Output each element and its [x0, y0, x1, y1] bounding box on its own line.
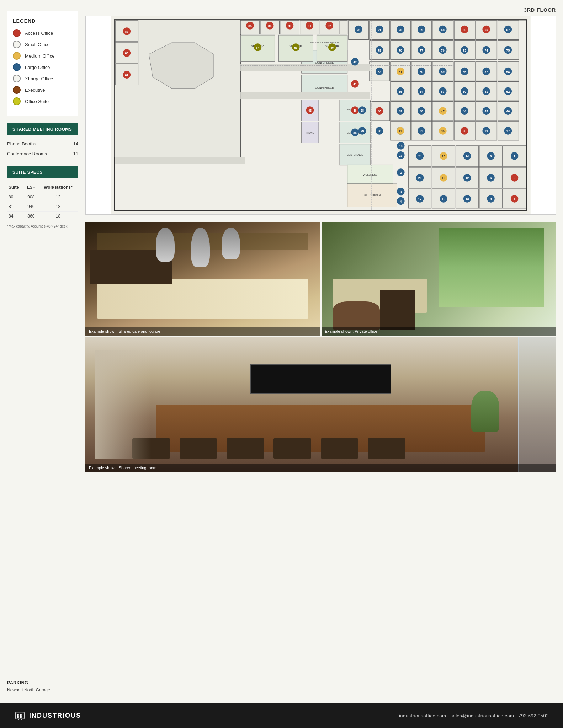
suite-specs-section: SUITE SPECS Suite LSF Workstations* 80 9… [7, 166, 78, 229]
legend-item-suite: Office Suite [13, 97, 73, 105]
svg-text:CONFERENCE: CONFERENCE [347, 154, 363, 156]
svg-text:88: 88 [125, 52, 129, 55]
legend-item-small: Small Office [13, 41, 73, 48]
svg-text:38: 38 [463, 129, 466, 133]
photo-private-office: Example shown: Private office [322, 222, 556, 336]
footer-contact: industriousoffice.com | sales@industriou… [399, 713, 549, 718]
parking-value: Newport North Garage [7, 687, 78, 692]
svg-text:92: 92 [328, 24, 331, 28]
svg-text:2: 2 [400, 171, 402, 175]
svg-text:65: 65 [463, 28, 466, 32]
svg-text:73: 73 [463, 49, 466, 52]
medium-office-label: Medium Office [25, 53, 55, 59]
specs-table: Suite LSF Workstations* 80 908 12 81 946… [7, 183, 78, 221]
svg-text:40: 40 [378, 109, 381, 113]
svg-rect-264 [20, 714, 22, 716]
col-workstations: Workstations* [38, 183, 78, 192]
svg-text:50: 50 [463, 90, 466, 93]
shared-meeting-rooms-section: SHARED MEETING ROOMS Phone Booths 14 Con… [7, 123, 78, 159]
svg-text:75: 75 [506, 49, 510, 52]
page-wrapper: LEGEND Access Office Small Office Medium… [0, 0, 563, 703]
svg-text:84: 84 [256, 46, 259, 49]
svg-text:5: 5 [514, 176, 515, 180]
svg-text:30: 30 [378, 129, 381, 133]
svg-text:9: 9 [490, 197, 492, 201]
svg-text:71: 71 [378, 28, 381, 32]
parking-section: PARKING Newport North Garage [7, 673, 78, 692]
suite-84-num: 84 [7, 212, 24, 221]
svg-rect-262 [16, 712, 24, 719]
suite-81-ws: 18 [38, 202, 78, 212]
svg-text:39: 39 [484, 129, 488, 133]
legend-item-executive: Executive [13, 86, 73, 94]
svg-text:17: 17 [418, 197, 422, 201]
svg-text:14: 14 [466, 155, 469, 158]
photo-office-caption: Example shown: Private office [322, 327, 556, 336]
svg-text:28: 28 [361, 109, 364, 112]
access-office-dot [13, 29, 21, 37]
legend-item-large: Large Office [13, 63, 73, 71]
svg-text:81: 81 [294, 46, 297, 49]
svg-rect-91 [340, 21, 347, 34]
svg-text:36: 36 [353, 131, 357, 135]
svg-text:59: 59 [441, 70, 445, 74]
floor-plan-svg: CONFERENCE CONFERENCE SUITE 84 SUITE 81 … [86, 16, 556, 214]
svg-text:69: 69 [420, 28, 423, 32]
svg-text:35: 35 [441, 129, 445, 133]
svg-text:37: 37 [506, 129, 510, 133]
small-office-dot [13, 41, 21, 48]
photo-cafe-lounge: Example shown: Shared cafe and lounge [85, 222, 320, 336]
svg-text:33: 33 [420, 129, 423, 133]
svg-text:29: 29 [361, 129, 364, 133]
svg-text:47: 47 [441, 109, 445, 113]
photo-cafe-caption: Example shown: Shared cafe and lounge [85, 327, 320, 336]
svg-text:80: 80 [331, 46, 334, 49]
svg-text:70: 70 [399, 28, 402, 32]
svg-text:41: 41 [353, 82, 357, 86]
svg-text:67: 67 [506, 28, 510, 32]
svg-text:66: 66 [484, 28, 488, 32]
svg-text:6: 6 [490, 176, 492, 180]
svg-text:7: 7 [514, 155, 515, 158]
svg-text:CONFERENCE: CONFERENCE [315, 86, 334, 89]
svg-text:46: 46 [353, 109, 357, 112]
svg-text:74: 74 [484, 49, 488, 52]
svg-text:79: 79 [378, 49, 381, 52]
svg-text:PHONE: PHONE [306, 132, 314, 134]
svg-rect-95 [115, 157, 245, 164]
phone-booths-value: 14 [73, 141, 78, 146]
suite-80-lsf: 908 [24, 192, 38, 202]
svg-text:62: 62 [378, 70, 381, 74]
svg-text:78: 78 [399, 49, 402, 52]
suite-84-lsf: 860 [24, 212, 38, 221]
industrious-logo-icon [14, 710, 26, 721]
sidebar: LEGEND Access Office Small Office Medium… [0, 0, 85, 703]
suite-81-lsf: 946 [24, 202, 38, 212]
xlarge-office-label: XLarge Office [25, 76, 53, 81]
svg-text:86: 86 [268, 24, 272, 28]
svg-text:18: 18 [399, 144, 403, 148]
shared-meeting-rooms-header: SHARED MEETING ROOMS [7, 123, 78, 135]
svg-text:52: 52 [506, 90, 510, 93]
access-office-label: Access Office [25, 31, 53, 36]
suite-specs-header: SUITE SPECS [7, 166, 78, 178]
photos-grid: Example shown: Shared cafe and lounge Ex… [85, 222, 556, 472]
office-suite-dot [13, 97, 21, 105]
svg-rect-85 [240, 92, 370, 99]
medium-office-dot [13, 52, 21, 60]
svg-text:51: 51 [484, 90, 488, 93]
legend-section: LEGEND Access Office Small Office Medium… [7, 11, 78, 116]
svg-text:72: 72 [357, 28, 360, 32]
svg-text:42: 42 [353, 60, 357, 64]
svg-text:53: 53 [441, 90, 445, 93]
svg-text:48: 48 [420, 109, 423, 113]
table-row: 81 946 18 [7, 202, 78, 212]
svg-text:19: 19 [442, 176, 445, 180]
svg-text:57: 57 [484, 70, 488, 74]
svg-text:43: 43 [308, 109, 312, 112]
col-lsf: LSF [24, 183, 38, 192]
svg-rect-263 [17, 714, 19, 716]
large-office-dot [13, 63, 21, 71]
conference-rooms-row: Conference Rooms 11 [7, 150, 78, 158]
table-row: 84 860 18 [7, 212, 78, 221]
